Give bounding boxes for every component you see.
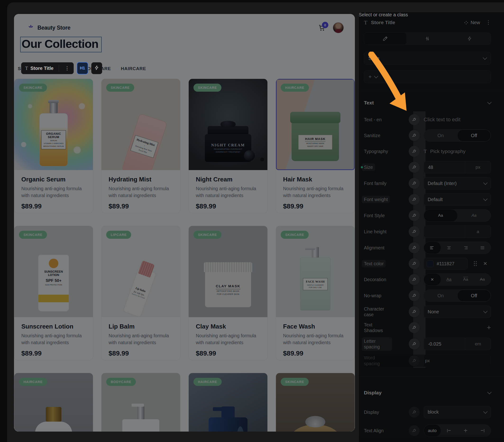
- app-window: Beauty Store 0 Our Collection SKINCARELI…: [7, 2, 504, 442]
- word-spacing-input[interactable]: px: [424, 355, 491, 367]
- text-component-icon: T: [25, 66, 28, 71]
- selected-component-label: Store Title: [30, 66, 53, 71]
- selection-toolbar: T Store Title ⋮ H1: [21, 62, 102, 74]
- component-menu-button[interactable]: ⋮: [62, 65, 72, 71]
- row-word-spacing: Word spacing px: [364, 355, 491, 367]
- class-select[interactable]: + Select or create a class: [364, 70, 491, 83]
- site-canvas[interactable]: Beauty Store 0 Our Collection SKINCARELI…: [14, 14, 355, 432]
- tag-badge-h1[interactable]: H1: [77, 62, 88, 74]
- lightning-icon: [94, 65, 99, 71]
- style-panel: T Store Title New ⋮: [359, 12, 504, 442]
- component-actions-button[interactable]: [91, 62, 102, 74]
- canvas-dim-overlay: [14, 14, 355, 432]
- selected-component-chip[interactable]: T Store Title ⋮: [21, 62, 74, 74]
